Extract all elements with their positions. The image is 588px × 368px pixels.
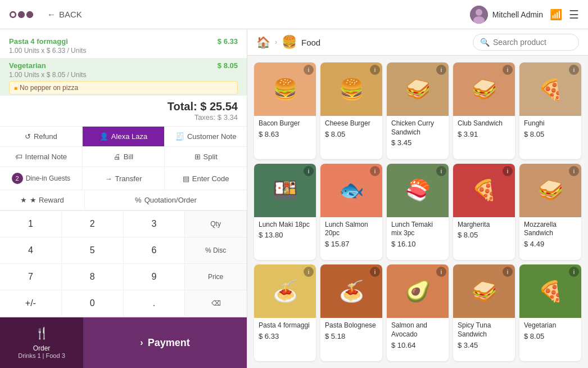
customer-name: Alexa Laza: [111, 132, 147, 141]
tag-icon: 🏷: [15, 152, 22, 161]
right-panel: 🏠 › 🍔 Food 🔍 🍔 Bacon Burger $ 8.63 i 🍔 C…: [247, 29, 588, 368]
product-card-spicy-tuna-sandwich[interactable]: 🥪 Spicy Tuna Sandwich $ 3.45 i: [453, 264, 515, 361]
payment-chevron-icon: ›: [140, 338, 143, 348]
numpad-key-4[interactable]: 4: [0, 237, 62, 264]
numpad-key-0[interactable]: 0: [62, 290, 124, 317]
search-box[interactable]: 🔍: [473, 34, 579, 51]
product-info-icon[interactable]: i: [370, 166, 380, 176]
product-info-icon[interactable]: i: [503, 166, 513, 176]
product-price: $ 3.45: [458, 341, 510, 349]
product-info-icon[interactable]: i: [436, 65, 446, 75]
order-label: Order: [18, 344, 65, 352]
product-card-pasta-bolognese[interactable]: 🍝 Pasta Bolognese $ 5.18 i: [320, 264, 382, 361]
action-row-1: ↺ Refund 👤 Alexa Laza 🧾 Customer Note: [0, 127, 247, 147]
hamburger-menu-icon[interactable]: ☰: [569, 8, 579, 21]
order-summary-button[interactable]: 🍴 Order Drinks 1 | Food 3: [0, 317, 83, 368]
customer-button[interactable]: 👤 Alexa Laza: [83, 127, 165, 146]
numpad-key----[interactable]: +/-: [0, 290, 62, 317]
numpad-key-6[interactable]: 6: [124, 237, 186, 264]
product-info-icon[interactable]: i: [569, 65, 579, 75]
order-item-detail: 1.00 Units x $ 6.33 / Units: [9, 47, 238, 55]
numpad-key-3[interactable]: 3: [124, 211, 186, 237]
quotation-button[interactable]: % Quotation/Order: [85, 190, 247, 210]
bill-button[interactable]: 🖨 Bill: [83, 147, 165, 167]
product-card-vegetarian[interactable]: 🍕 Vegetarian $ 8.05 i: [519, 264, 581, 361]
numpad-key--[interactable]: .: [124, 290, 186, 317]
numpad-key-5[interactable]: 5: [62, 237, 124, 264]
cutlery-icon: 🍴: [35, 326, 49, 340]
product-price: $ 5.18: [325, 332, 378, 340]
product-card-chicken-curry-sandwich[interactable]: 🥪 Chicken Curry Sandwich $ 3.45 i: [387, 62, 449, 159]
total-amount: Total: $ 25.54: [9, 100, 238, 113]
numpad-key-2[interactable]: 2: [62, 211, 124, 237]
numpad-key-9[interactable]: 9: [124, 264, 186, 290]
bottom-bar: 🍴 Order Drinks 1 | Food 3 › Payment: [0, 317, 247, 368]
product-name: Club Sandwich: [458, 119, 510, 128]
product-card-cheese-burger[interactable]: 🍔 Cheese Burger $ 8.05 i: [320, 62, 382, 159]
search-input[interactable]: [493, 38, 572, 47]
customer-note-button[interactable]: 🧾 Customer Note: [165, 127, 247, 146]
split-label: Split: [203, 152, 218, 161]
refund-icon: ↺: [25, 132, 31, 141]
refund-button[interactable]: ↺ Refund: [0, 127, 83, 146]
numpad-key--[interactable]: ⌫: [185, 290, 247, 317]
taxes-label: Taxes:: [195, 113, 216, 122]
product-info-icon[interactable]: i: [304, 166, 314, 176]
nav-right: Mitchell Admin 📶 ☰: [470, 6, 579, 24]
action-buttons: ↺ Refund 👤 Alexa Laza 🧾 Customer Note 🏷 …: [0, 126, 247, 210]
numpad-key-7[interactable]: 7: [0, 264, 62, 290]
numpad-key-8[interactable]: 8: [62, 264, 124, 290]
home-icon[interactable]: 🏠: [256, 35, 270, 49]
product-card-mozzarella-sandwich[interactable]: 🥪 Mozzarella Sandwich $ 4.49 i: [519, 164, 581, 261]
back-arrow-icon: ←: [47, 10, 56, 19]
product-price: $ 10.64: [391, 341, 444, 349]
taxes-value: $ 3.34: [218, 113, 238, 122]
product-info-icon[interactable]: i: [370, 65, 380, 75]
customer-note-label: Customer Note: [187, 132, 236, 141]
internal-note-button[interactable]: 🏷 Internal Note: [0, 147, 83, 167]
product-info-icon[interactable]: i: [503, 65, 513, 75]
payment-button[interactable]: › Payment: [83, 317, 247, 368]
internal-note-label: Internal Note: [25, 152, 67, 161]
product-card-lunch-temaki-mix-3pc[interactable]: 🍣 Lunch Temaki mix 3pc $ 16.10 i: [387, 164, 449, 261]
product-name: Mozzarella Sandwich: [524, 221, 577, 238]
split-button[interactable]: ⊞ Split: [165, 147, 247, 167]
order-item-name: Vegetarian: [9, 61, 46, 70]
product-price: $ 4.49: [524, 240, 577, 248]
order-item-price: $ 6.33: [218, 37, 238, 46]
transfer-button[interactable]: → Transfer: [83, 167, 165, 190]
product-info-icon[interactable]: i: [304, 65, 314, 75]
reward-button[interactable]: ★ ★ Reward: [0, 190, 85, 210]
svg-point-1: [18, 11, 25, 17]
numpad-key-Price[interactable]: Price: [185, 264, 247, 290]
product-info-icon[interactable]: i: [569, 166, 579, 176]
total-value: $ 25.54: [200, 100, 238, 113]
svg-point-3: [11, 12, 15, 16]
order-detail: Drinks 1 | Food 3: [18, 352, 65, 359]
order-item[interactable]: Pasta 4 formaggi $ 6.33 1.00 Units x $ 6…: [0, 34, 247, 58]
back-button[interactable]: ← BACK: [43, 7, 87, 21]
product-card-salmon-avocado[interactable]: 🥑 Salmon and Avocado $ 10.64 i: [387, 264, 449, 361]
product-card-funghi[interactable]: 🍕 Funghi $ 8.05 i: [519, 62, 581, 159]
product-card-lunch-maki-18pc[interactable]: 🍱 Lunch Maki 18pc $ 13.80 i: [254, 164, 316, 261]
product-card-bacon-burger[interactable]: 🍔 Bacon Burger $ 8.63 i: [254, 62, 316, 159]
order-item[interactable]: Vegetarian $ 8.05 1.00 Units x $ 8.05 / …: [0, 58, 247, 95]
numpad-key-Qty[interactable]: Qty: [185, 211, 247, 237]
product-name: Cheese Burger: [325, 119, 378, 128]
product-card-pasta-4-formaggi[interactable]: 🍝 Pasta 4 formaggi $ 6.33 i: [254, 264, 316, 361]
total-label: Total:: [168, 100, 197, 113]
transfer-icon: →: [105, 174, 112, 183]
order-item-detail: 1.00 Units x $ 8.05 / Units: [9, 71, 238, 79]
product-price: $ 8.63: [259, 130, 311, 138]
product-card-margherita[interactable]: 🍕 Margherita $ 8.05 i: [453, 164, 515, 261]
product-card-club-sandwich[interactable]: 🥪 Club Sandwich $ 3.91 i: [453, 62, 515, 159]
product-price: $ 15.87: [325, 240, 378, 248]
numpad-key---Disc[interactable]: % Disc: [185, 237, 247, 264]
enter-code-button[interactable]: ▤ Enter Code: [165, 167, 247, 190]
wifi-icon: 📶: [550, 8, 562, 21]
dine-in-button[interactable]: 2 Dine-in Guests: [0, 167, 83, 190]
action-row-2: 🏷 Internal Note 🖨 Bill ⊞ Split: [0, 147, 247, 167]
product-info-icon[interactable]: i: [436, 166, 446, 176]
numpad-key-1[interactable]: 1: [0, 211, 62, 237]
product-card-lunch-salmon-20pc[interactable]: 🐟 Lunch Salmon 20pc $ 15.87 i: [320, 164, 382, 261]
